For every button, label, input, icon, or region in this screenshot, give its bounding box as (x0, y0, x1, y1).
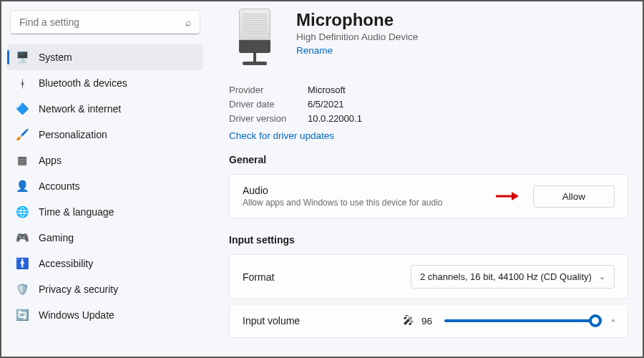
sidebar-item-apps[interactable]: ▦Apps (7, 147, 203, 173)
main-content: Microphone High Definition Audio Device … (209, 1, 643, 357)
time-icon: 🌐 (16, 205, 29, 218)
sidebar-item-label: Personalization (39, 129, 107, 140)
search-icon: ⌕ (185, 16, 191, 28)
driver-date-value: 6/5/2021 (308, 97, 344, 112)
format-value: 2 channels, 16 bit, 44100 Hz (CD Quality… (420, 271, 592, 282)
driver-meta: ProviderMicrosoft Driver date6/5/2021 Dr… (229, 83, 628, 126)
slider-end-mark (612, 319, 615, 322)
input-volume-slider[interactable] (444, 319, 602, 322)
rename-link[interactable]: Rename (296, 45, 333, 56)
format-label: Format (243, 271, 401, 283)
microphone-small-icon[interactable]: 🎤︎ (403, 314, 414, 327)
sidebar-item-label: Time & language (39, 206, 114, 218)
sidebar-item-label: Windows Update (39, 309, 114, 321)
audio-card: Audio Allow apps and Windows to use this… (229, 174, 628, 218)
sidebar-item-time-language[interactable]: 🌐Time & language (7, 199, 203, 225)
sidebar-item-label: Accounts (39, 180, 80, 192)
format-dropdown[interactable]: 2 channels, 16 bit, 44100 Hz (CD Quality… (411, 265, 615, 289)
sidebar-item-label: Accessibility (39, 258, 93, 269)
annotation-arrow-icon (494, 190, 519, 202)
personalization-icon: 🖌️ (16, 128, 29, 141)
sidebar-item-label: Gaming (39, 232, 74, 243)
section-input-settings: Input settings (229, 234, 628, 246)
sidebar-item-system[interactable]: 🖥️System (7, 44, 203, 70)
accounts-icon: 👤 (16, 180, 29, 193)
svg-marker-1 (512, 192, 519, 200)
device-header: Microphone High Definition Audio Device … (229, 9, 628, 73)
settings-sidebar: ⌕ 🖥️SystemᚼBluetooth & devices🔷Network &… (1, 1, 209, 357)
network-icon: 🔷 (16, 102, 29, 115)
input-volume-card: Input volume 🎤︎ 96 (229, 304, 628, 338)
input-volume-value: 96 (421, 316, 437, 326)
check-updates-link[interactable]: Check for driver updates (229, 130, 334, 141)
sidebar-item-label: Privacy & security (39, 284, 118, 295)
section-general: General (229, 154, 628, 165)
microphone-icon (229, 9, 280, 73)
page-title: Microphone (296, 10, 418, 30)
format-card: Format 2 channels, 16 bit, 44100 Hz (CD … (229, 254, 628, 299)
sidebar-item-label: Network & internet (39, 103, 121, 115)
sidebar-item-personalization[interactable]: 🖌️Personalization (7, 122, 203, 147)
driver-version-value: 10.0.22000.1 (308, 112, 362, 126)
sidebar-item-bluetooth-devices[interactable]: ᚼBluetooth & devices (7, 70, 203, 96)
provider-label: Provider (229, 83, 308, 97)
update-icon: 🔄 (16, 309, 29, 321)
bluetooth-icon: ᚼ (16, 77, 29, 90)
search-box[interactable]: ⌕ (10, 10, 200, 34)
sidebar-item-label: Apps (39, 155, 62, 166)
input-volume-label: Input volume (243, 315, 393, 326)
sidebar-item-label: System (39, 52, 72, 63)
audio-title: Audio (243, 185, 484, 196)
sidebar-item-gaming[interactable]: 🎮Gaming (7, 225, 203, 251)
sidebar-item-network-internet[interactable]: 🔷Network & internet (7, 96, 203, 122)
apps-icon: ▦ (16, 154, 29, 167)
sidebar-item-accessibility[interactable]: 🚹Accessibility (7, 251, 203, 276)
sidebar-item-label: Bluetooth & devices (39, 77, 127, 89)
driver-version-label: Driver version (229, 112, 308, 126)
sidebar-item-accounts[interactable]: 👤Accounts (7, 173, 203, 199)
slider-thumb[interactable] (589, 314, 602, 327)
device-subtitle: High Definition Audio Device (296, 32, 418, 42)
allow-button[interactable]: Allow (533, 185, 615, 208)
accessibility-icon: 🚹 (16, 257, 29, 270)
chevron-down-icon: ⌄ (599, 272, 605, 281)
gaming-icon: 🎮 (16, 231, 29, 244)
sidebar-item-windows-update[interactable]: 🔄Windows Update (7, 302, 203, 328)
privacy-icon: 🛡️ (16, 283, 29, 296)
sidebar-item-privacy-security[interactable]: 🛡️Privacy & security (7, 276, 203, 302)
audio-desc: Allow apps and Windows to use this devic… (243, 198, 484, 208)
provider-value: Microsoft (308, 83, 346, 97)
driver-date-label: Driver date (229, 97, 308, 112)
system-icon: 🖥️ (16, 51, 29, 64)
search-input[interactable] (19, 16, 185, 28)
